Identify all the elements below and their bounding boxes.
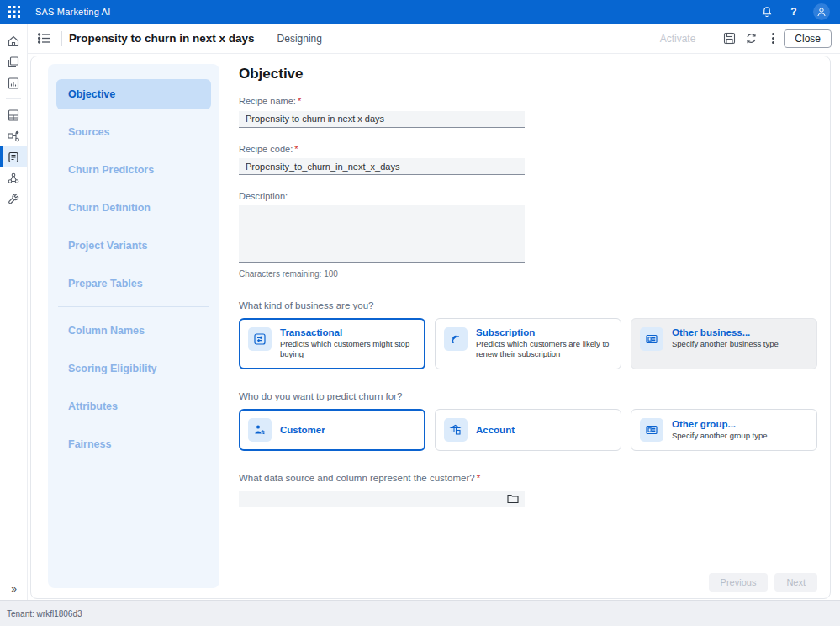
recipe-icon (7, 151, 20, 164)
user-avatar-icon[interactable] (813, 3, 830, 20)
required-asterisk: * (294, 144, 298, 154)
step-churn-predictors[interactable]: Churn Predictors (56, 155, 211, 185)
required-asterisk: * (298, 96, 301, 106)
objective-form: Objective Recipe name:* Recipe code:* De… (219, 56, 830, 598)
step-attributes[interactable]: Attributes (56, 391, 211, 422)
card-title: Subscription (476, 327, 612, 337)
activate-button[interactable]: Activate (652, 29, 705, 48)
group-question: Who do you want to predict churn for? (239, 391, 830, 401)
datasource-input[interactable] (239, 491, 525, 507)
description-label: Description: (239, 191, 830, 201)
card-title: Other business... (672, 327, 779, 337)
step-column-names[interactable]: Column Names (56, 316, 211, 346)
recipe-code-label: Recipe code:* (239, 144, 830, 154)
recipe-design-panel: Objective Sources Churn Predictors Churn… (30, 56, 831, 599)
rail-item-reports[interactable] (0, 72, 27, 93)
tenant-label: Tenant: wrkfl1806d3 (7, 609, 82, 618)
close-button[interactable]: Close (784, 29, 832, 48)
steps-divider (58, 306, 209, 307)
document-table-icon (7, 109, 20, 122)
rail-item-pages[interactable] (0, 51, 27, 72)
rail-item-recipes[interactable] (0, 146, 27, 167)
flow-icon (7, 130, 20, 143)
datasource-question: What data source and column represent th… (239, 473, 830, 483)
card-title: Other group... (672, 419, 768, 429)
group-card-account[interactable]: Account (435, 409, 621, 451)
group-card-other[interactable]: Other group... Specify another group typ… (631, 409, 817, 451)
person-star-icon (248, 418, 272, 442)
card-desc: Specify another group type (672, 431, 768, 441)
rail-divider (6, 98, 21, 99)
step-scoring-eligibility[interactable]: Scoring Eligibility (56, 353, 211, 384)
left-icon-rail: » (0, 24, 28, 600)
steps-sidebar: Objective Sources Churn Predictors Churn… (48, 64, 219, 588)
save-icon[interactable] (718, 28, 740, 50)
card-title: Account (476, 425, 515, 435)
group-card-customer[interactable]: Customer (239, 409, 425, 451)
signal-icon (444, 327, 468, 351)
card-desc: Predicts which customers are likely to r… (476, 339, 612, 360)
previous-button[interactable]: Previous (709, 573, 769, 592)
description-textarea[interactable] (239, 205, 525, 263)
status-badge: Designing (267, 33, 322, 45)
step-objective[interactable]: Objective (56, 79, 211, 109)
group-card-row: Customer Account (239, 409, 830, 451)
recipe-name-input[interactable] (239, 111, 525, 128)
rail-item-data[interactable] (0, 104, 27, 125)
list-icon[interactable] (33, 28, 55, 50)
top-app-bar: SAS Marketing AI ? (0, 0, 840, 24)
business-question: What kind of business are you? (239, 300, 830, 310)
bank-icon (444, 418, 468, 442)
page-title: Objective (239, 66, 830, 82)
step-prepare-tables[interactable]: Prepare Tables (56, 268, 211, 299)
wrench-icon (7, 193, 20, 206)
card-title: Customer (280, 425, 325, 435)
app-name: SAS Marketing AI (35, 7, 110, 17)
card-desc: Predicts which customers might stop buyi… (280, 339, 416, 360)
recipe-title: Propensity to churn in next x days (69, 32, 255, 45)
business-card-row: Transactional Predicts which customers m… (239, 318, 830, 369)
rail-item-models[interactable] (0, 167, 27, 188)
rail-item-home[interactable] (0, 30, 27, 51)
expand-rail-button[interactable]: » (0, 580, 28, 598)
molecule-icon (7, 172, 20, 185)
kebab-menu-icon[interactable] (762, 28, 784, 50)
id-card-icon (640, 327, 663, 351)
rail-item-tools[interactable] (0, 188, 27, 210)
next-button[interactable]: Next (774, 573, 817, 592)
report-chart-icon (7, 77, 20, 90)
id-card-icon (640, 418, 663, 442)
recipe-toolbar: Propensity to churn in next x days Desig… (28, 24, 840, 54)
app-grid-icon[interactable] (0, 0, 29, 24)
refresh-icon[interactable] (740, 28, 762, 50)
wizard-nav: Previous Next (709, 573, 817, 592)
required-asterisk: * (477, 473, 480, 483)
folder-browse-icon[interactable] (507, 493, 520, 505)
step-fairness[interactable]: Fairness (56, 429, 211, 459)
help-icon[interactable]: ? (786, 4, 801, 19)
transfer-arrows-icon (248, 327, 272, 351)
recipe-code-input[interactable] (239, 158, 525, 175)
recipe-name-label: Recipe name:* (239, 96, 830, 106)
app-footer: Tenant: wrkfl1806d3 (0, 600, 840, 626)
business-card-subscription[interactable]: Subscription Predicts which customers ar… (435, 318, 621, 369)
card-desc: Specify another business type (672, 339, 779, 349)
pages-icon (7, 56, 20, 69)
step-churn-definition[interactable]: Churn Definition (56, 193, 211, 223)
step-sources[interactable]: Sources (56, 117, 211, 147)
bell-icon[interactable] (759, 4, 774, 19)
step-project-variants[interactable]: Project Variants (56, 231, 211, 261)
business-card-transactional[interactable]: Transactional Predicts which customers m… (239, 318, 425, 369)
home-icon (7, 34, 20, 48)
card-title: Transactional (280, 327, 416, 337)
business-card-other[interactable]: Other business... Specify another busine… (631, 318, 817, 369)
rail-item-flows[interactable] (0, 125, 27, 146)
characters-remaining: Characters remaining: 100 (239, 269, 830, 279)
